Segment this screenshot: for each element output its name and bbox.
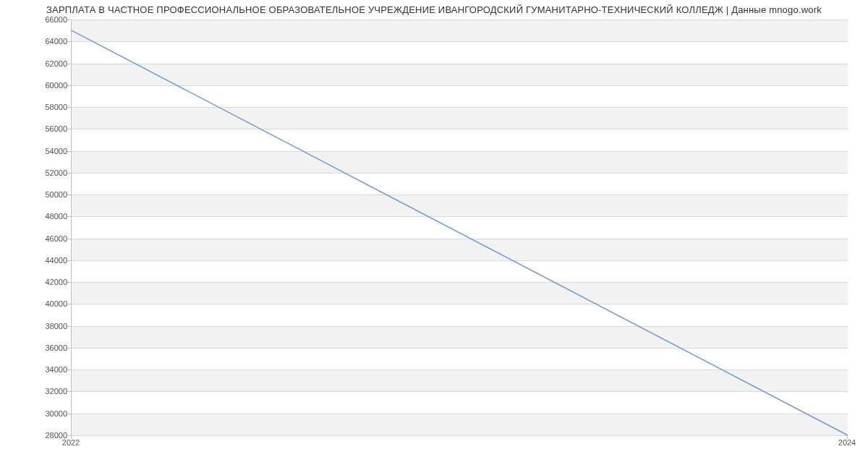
y-tick-mark [67,326,71,327]
y-tick-mark [67,260,71,261]
y-tick-label: 34000 [35,365,67,374]
x-tick-label: 2022 [62,438,80,447]
x-tick-mark [847,435,848,439]
y-tick-mark [67,64,71,64]
x-tick-label: 2024 [838,438,856,447]
chart-title: ЗАРПЛАТА В ЧАСТНОЕ ПРОФЕССИОНАЛЬНОЕ ОБРА… [0,4,868,15]
plot-area [71,20,848,436]
y-tick-mark [67,391,71,392]
y-tick-mark [67,304,71,304]
y-tick-mark [67,216,71,217]
y-tick-mark [67,129,71,129]
x-tick-mark [71,435,72,439]
y-tick-label: 40000 [35,299,67,308]
series-line [72,30,848,435]
y-tick-mark [67,41,71,42]
y-tick-label: 48000 [35,212,67,221]
y-tick-label: 38000 [35,322,67,330]
y-tick-mark [67,20,71,20]
chart-container: ЗАРПЛАТА В ЧАСТНОЕ ПРОФЕССИОНАЛЬНОЕ ОБРА… [0,0,868,470]
y-tick-label: 64000 [35,37,67,46]
y-tick-label: 30000 [35,409,67,418]
gridline [72,435,848,436]
y-tick-mark [67,107,71,108]
y-tick-mark [67,369,71,370]
y-tick-label: 50000 [35,190,67,199]
y-tick-label: 62000 [35,59,67,68]
y-tick-mark [67,239,71,239]
y-tick-mark [67,151,71,152]
y-tick-label: 56000 [35,124,67,133]
y-tick-label: 52000 [35,168,67,177]
y-tick-label: 60000 [35,81,67,90]
y-tick-label: 42000 [35,278,67,286]
y-tick-label: 32000 [35,387,67,396]
y-tick-label: 58000 [35,103,67,111]
y-tick-mark [67,173,71,174]
y-tick-label: 54000 [35,147,67,155]
y-tick-mark [67,282,71,283]
y-tick-label: 36000 [35,343,67,352]
y-tick-mark [67,348,71,349]
line-series [72,20,848,435]
y-tick-label: 46000 [35,234,67,243]
y-tick-mark [67,414,71,414]
y-tick-label: 66000 [35,15,67,24]
y-tick-mark [67,195,71,195]
y-tick-label: 44000 [35,256,67,265]
y-tick-mark [67,85,71,86]
